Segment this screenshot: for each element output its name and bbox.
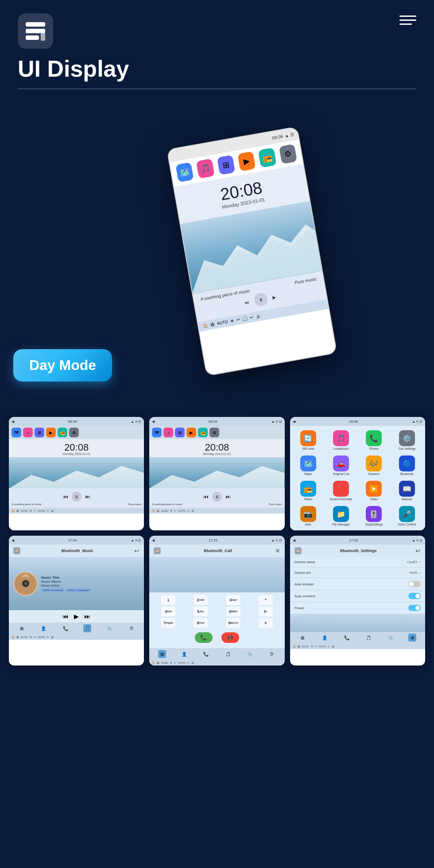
bt-icon-clock[interactable]: ⏱ bbox=[128, 624, 136, 632]
bt-call-icon-clip[interactable]: 📎 bbox=[246, 650, 254, 658]
nav-maps-1[interactable]: 🗺 bbox=[12, 428, 21, 437]
bt-play[interactable]: ▶ bbox=[74, 613, 79, 620]
app-cell-radio[interactable]: 📻 Radio bbox=[293, 479, 324, 502]
nav-radio-1[interactable]: 📻 bbox=[58, 428, 67, 437]
app-cell-originalcar[interactable]: 🚗 Original Car bbox=[326, 454, 356, 477]
app-cell-voicecontrol[interactable]: 🎤 Voice Control bbox=[391, 504, 422, 528]
app-vedio[interactable]: ▶ bbox=[237, 151, 256, 171]
app-apps[interactable]: ⊞ bbox=[217, 155, 236, 175]
toggle-auto-answer[interactable] bbox=[408, 581, 421, 587]
mini-pause-2[interactable]: ⏸ bbox=[212, 492, 222, 502]
app-cell-maps[interactable]: 🗺️ Maps bbox=[293, 454, 324, 477]
app-cell-phone[interactable]: 📞 Phone bbox=[358, 428, 389, 452]
keypad-hash[interactable]: # bbox=[259, 618, 273, 628]
nav-vedio-1[interactable]: ▶ bbox=[46, 428, 56, 437]
bt-prev[interactable]: ⏮ bbox=[62, 613, 69, 620]
bt-call-icon-person[interactable]: 👤 bbox=[180, 650, 188, 658]
bt-call-icon-clock[interactable]: ⏱ bbox=[268, 650, 276, 658]
keypad-6[interactable]: 6MNO bbox=[226, 607, 240, 616]
bt-tag-avrcp: AVRCP connected bbox=[66, 588, 91, 592]
keypad-3[interactable]: 3DEF bbox=[226, 595, 240, 605]
bt-icon-clip[interactable]: 📎 bbox=[105, 624, 113, 632]
keypad-7[interactable]: 7PQRS bbox=[161, 618, 175, 628]
nav-maps-2[interactable]: 🗺 bbox=[152, 428, 162, 437]
app-maps[interactable]: 🗺️ bbox=[175, 162, 194, 183]
hamburger-menu[interactable] bbox=[399, 16, 416, 25]
answer-call-btn[interactable]: 📞 bbox=[195, 632, 213, 643]
bt-call-icon-grid[interactable]: ⊞ bbox=[158, 650, 166, 658]
bt-set-icon-person[interactable]: 👤 bbox=[321, 634, 329, 642]
setting-auto-connect: Auto connect bbox=[290, 590, 425, 602]
bt-icon-person[interactable]: 👤 bbox=[39, 624, 47, 632]
app-cell-360view[interactable]: 🔄 360 view bbox=[293, 428, 324, 452]
bt-home-icon[interactable]: 🏠 bbox=[13, 547, 20, 554]
nav-settings-2[interactable]: ⚙ bbox=[209, 428, 219, 437]
mini-pause-1[interactable]: ⏸ bbox=[72, 492, 81, 502]
bt-call-icon-phone[interactable]: 📞 bbox=[202, 650, 210, 658]
keypad-star[interactable]: * bbox=[259, 595, 273, 605]
nav-apps-1[interactable]: ⊞ bbox=[35, 428, 44, 437]
chevron-device-pin[interactable]: › bbox=[419, 570, 421, 575]
app-cell-bluetooth[interactable]: 🔵 Bluetooth bbox=[391, 454, 422, 477]
app-cell-carsettings[interactable]: ⚙️ Car Settings bbox=[391, 428, 422, 452]
app-cell-dispsettings[interactable]: 🎚️ DispSettings bbox=[358, 504, 389, 528]
bt-call-icon-music[interactable]: 🎵 bbox=[224, 650, 232, 658]
app-cell-manual[interactable]: 📖 Manual bbox=[391, 479, 422, 502]
keypad-8[interactable]: 8TUV bbox=[194, 618, 208, 628]
app-cell-video[interactable]: ▶️ Video bbox=[358, 479, 389, 502]
bt-call-home-icon[interactable]: 🏠 bbox=[154, 547, 161, 554]
end-call-btn[interactable]: 📵 bbox=[221, 632, 239, 643]
day-mode-badge: Day Mode bbox=[13, 349, 112, 381]
app-cell-kuwooo[interactable]: 🎶 Kuwooo bbox=[358, 454, 389, 477]
mini-music-controls-1: ⏮ ⏸ ⏭ bbox=[12, 492, 141, 502]
svg-rect-2 bbox=[26, 35, 39, 40]
nav-settings-1[interactable]: ⚙ bbox=[69, 428, 79, 437]
keypad-9[interactable]: 9WXYZ bbox=[226, 618, 240, 628]
keypad-0[interactable]: 0- bbox=[259, 607, 273, 616]
mini-next-2[interactable]: ⏭ bbox=[225, 494, 231, 500]
mini-prev-2[interactable]: ⏮ bbox=[203, 494, 209, 500]
mini-prev-1[interactable]: ⏮ bbox=[63, 494, 68, 500]
app-icon-carsettings: ⚙️ bbox=[399, 430, 415, 446]
keypad-1[interactable]: 1 bbox=[161, 595, 175, 605]
bt-set-icon-clock-active[interactable]: ⚙ bbox=[408, 634, 416, 642]
keypad-4[interactable]: 4GHI bbox=[161, 607, 175, 616]
toggle-auto-connect[interactable] bbox=[408, 593, 421, 599]
bt-set-icon-clip[interactable]: 📎 bbox=[387, 634, 395, 642]
next-btn[interactable]: ▶ bbox=[272, 295, 277, 300]
bt-set-icon-music[interactable]: 🎵 bbox=[364, 634, 372, 642]
app-cell-localmusic[interactable]: 🎵 Localmusic bbox=[326, 428, 356, 452]
app-cell-filemanager[interactable]: 📁 File Manager bbox=[326, 504, 356, 528]
bt-back-icon[interactable]: ↩ bbox=[134, 547, 140, 554]
keypad-5[interactable]: 5JKL bbox=[194, 607, 208, 616]
app-cell-avin[interactable]: 📷 Avin bbox=[293, 504, 324, 528]
app-cell-soundrecorder[interactable]: 🔴 Sound Recorder bbox=[326, 479, 356, 502]
nav-radio-2[interactable]: 📻 bbox=[198, 428, 208, 437]
app-settings[interactable]: ⚙ bbox=[279, 144, 297, 164]
nav-vedio-2[interactable]: ▶ bbox=[186, 428, 196, 437]
app-music[interactable]: 🎵 bbox=[196, 159, 215, 179]
mini-next-1[interactable]: ⏭ bbox=[85, 494, 90, 500]
setting-power: Power bbox=[290, 602, 425, 614]
bt-settings-content: Device name CarBT › Device pin 0000 › Au… bbox=[290, 557, 425, 632]
bt-icon-grid[interactable]: ⊞ bbox=[18, 624, 26, 632]
nav-apps-2[interactable]: ⊞ bbox=[175, 428, 185, 437]
keypad-2[interactable]: 2ABC bbox=[194, 595, 208, 605]
bt-icon-music-active[interactable]: 🎵 bbox=[83, 624, 91, 632]
bt-settings-back-icon[interactable]: ↩ bbox=[415, 547, 421, 554]
nav-music-1[interactable]: ♪ bbox=[23, 428, 33, 437]
bt-next[interactable]: ⏭ bbox=[84, 613, 90, 620]
bt-set-icon-phone[interactable]: 📞 bbox=[343, 634, 351, 642]
bt-set-icon-grid[interactable]: ⊞ bbox=[298, 634, 306, 642]
bt-settings-home-icon[interactable]: 🏠 bbox=[294, 547, 302, 554]
prev-btn[interactable]: ⏮ bbox=[244, 300, 250, 305]
chevron-device-name[interactable]: › bbox=[419, 560, 421, 564]
app-radio[interactable]: 📻 bbox=[258, 148, 277, 168]
toggle-power[interactable] bbox=[408, 605, 421, 611]
nav-music-2[interactable]: ♪ bbox=[163, 428, 173, 437]
mini-time-display-2: 20:08 Monday 2023-01-01 bbox=[149, 439, 284, 457]
pause-btn[interactable]: ⏸ bbox=[253, 292, 269, 307]
bt-call-close-icon[interactable]: ✕ bbox=[275, 547, 280, 554]
bt-icon-phone[interactable]: 📞 bbox=[62, 624, 70, 632]
mini-nav-1: 🗺 ♪ ⊞ ▶ 📻 ⚙ bbox=[9, 426, 144, 439]
